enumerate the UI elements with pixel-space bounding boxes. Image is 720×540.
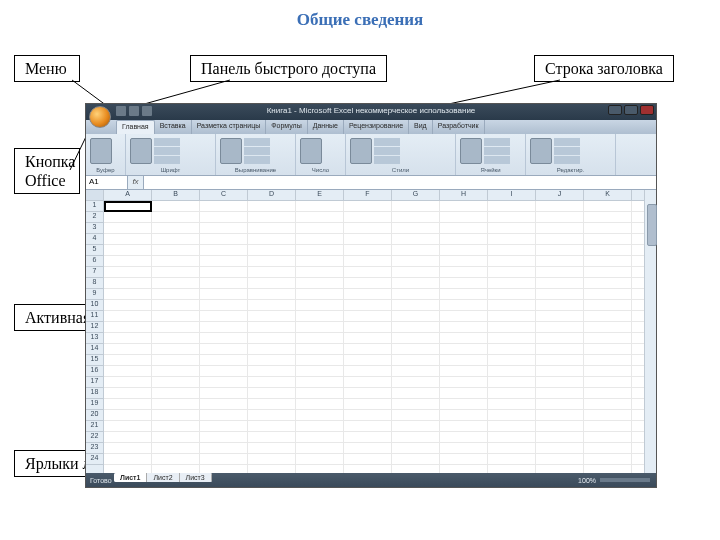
- ribbon-tab[interactable]: Главная: [116, 120, 155, 134]
- formula-bar-row: A1 fx: [86, 176, 656, 190]
- callout-title-bar: Строка заголовка: [534, 55, 674, 82]
- select-all-corner[interactable]: [86, 190, 103, 201]
- column-header[interactable]: C: [200, 190, 248, 200]
- quick-access-toolbar[interactable]: [116, 106, 152, 118]
- ribbon-button-icon[interactable]: [530, 138, 552, 164]
- column-header[interactable]: A: [104, 190, 152, 200]
- qat-save-icon[interactable]: [116, 106, 126, 116]
- column-header[interactable]: I: [488, 190, 536, 200]
- ribbon-button-icon[interactable]: [220, 138, 242, 164]
- zoom-slider[interactable]: [600, 478, 650, 482]
- ribbon-small-icon[interactable]: [374, 138, 400, 146]
- row-header[interactable]: 22: [86, 432, 103, 443]
- column-header[interactable]: E: [296, 190, 344, 200]
- row-header[interactable]: 2: [86, 212, 103, 223]
- row-header[interactable]: 21: [86, 421, 103, 432]
- row-header[interactable]: 6: [86, 256, 103, 267]
- row-header[interactable]: 10: [86, 300, 103, 311]
- ribbon-small-icon[interactable]: [554, 147, 580, 155]
- column-header[interactable]: B: [152, 190, 200, 200]
- office-button[interactable]: [89, 106, 111, 128]
- ribbon-group-label: Выравнивание: [220, 167, 291, 173]
- ribbon-small-icon[interactable]: [554, 156, 580, 164]
- ribbon-tab[interactable]: Разметка страницы: [192, 120, 267, 134]
- row-header[interactable]: 18: [86, 388, 103, 399]
- row-header[interactable]: 13: [86, 333, 103, 344]
- ribbon-small-icon[interactable]: [154, 147, 180, 155]
- column-header[interactable]: G: [392, 190, 440, 200]
- row-header[interactable]: 9: [86, 289, 103, 300]
- ribbon-small-icon[interactable]: [484, 147, 510, 155]
- ribbon-small-icon[interactable]: [484, 156, 510, 164]
- row-header[interactable]: 16: [86, 366, 103, 377]
- ribbon-small-icon[interactable]: [154, 138, 180, 146]
- qat-redo-icon[interactable]: [142, 106, 152, 116]
- column-header[interactable]: J: [536, 190, 584, 200]
- active-cell[interactable]: [104, 201, 152, 212]
- cells-area[interactable]: [104, 201, 644, 473]
- ribbon-small-icon[interactable]: [484, 138, 510, 146]
- column-header[interactable]: K: [584, 190, 632, 200]
- formula-bar[interactable]: [144, 176, 656, 189]
- row-header[interactable]: 24: [86, 454, 103, 465]
- callout-menu: Меню: [14, 55, 80, 82]
- column-header[interactable]: H: [440, 190, 488, 200]
- ribbon-group: Редактир.: [526, 134, 616, 175]
- ribbon-button-icon[interactable]: [460, 138, 482, 164]
- qat-undo-icon[interactable]: [129, 106, 139, 116]
- ribbon-tab[interactable]: Рецензирование: [344, 120, 409, 134]
- fx-icon[interactable]: fx: [128, 176, 144, 189]
- ribbon-small-icon[interactable]: [154, 156, 180, 164]
- row-header[interactable]: 15: [86, 355, 103, 366]
- ribbon-tab[interactable]: Данные: [308, 120, 344, 134]
- ribbon-small-icon[interactable]: [554, 138, 580, 146]
- ribbon-small-icon[interactable]: [244, 147, 270, 155]
- ribbon-small-icon[interactable]: [244, 138, 270, 146]
- minimize-button[interactable]: [608, 105, 622, 115]
- close-button[interactable]: [640, 105, 654, 115]
- row-header[interactable]: 4: [86, 234, 103, 245]
- column-header[interactable]: F: [344, 190, 392, 200]
- column-header[interactable]: D: [248, 190, 296, 200]
- ribbon-tab[interactable]: Вид: [409, 120, 433, 134]
- ribbon-group: Число: [296, 134, 346, 175]
- row-header[interactable]: 19: [86, 399, 103, 410]
- row-header[interactable]: 17: [86, 377, 103, 388]
- sheet-tab[interactable]: Лист2: [147, 473, 179, 482]
- row-header[interactable]: 5: [86, 245, 103, 256]
- row-header[interactable]: 14: [86, 344, 103, 355]
- sheet-tab[interactable]: Лист1: [114, 473, 147, 482]
- ribbon-small-icon[interactable]: [374, 156, 400, 164]
- row-header[interactable]: 20: [86, 410, 103, 421]
- ribbon-tabs: ГлавнаяВставкаРазметка страницыФормулыДа…: [86, 120, 656, 134]
- ribbon-tab[interactable]: Формулы: [266, 120, 307, 134]
- ribbon-group: Выравнивание: [216, 134, 296, 175]
- row-header[interactable]: 12: [86, 322, 103, 333]
- column-headers: ABCDEFGHIJK: [104, 190, 644, 201]
- ribbon-group-label: Буфер: [90, 167, 121, 173]
- status-bar: Готово Лист1Лист2Лист3 100%: [86, 473, 656, 487]
- vertical-scrollbar[interactable]: [644, 190, 656, 473]
- ribbon-group: Буфер: [86, 134, 126, 175]
- row-header[interactable]: 23: [86, 443, 103, 454]
- ribbon-group-label: Число: [300, 167, 341, 173]
- ribbon-tab[interactable]: Вставка: [155, 120, 192, 134]
- row-header[interactable]: 7: [86, 267, 103, 278]
- row-header[interactable]: 8: [86, 278, 103, 289]
- ribbon-small-icon[interactable]: [244, 156, 270, 164]
- maximize-button[interactable]: [624, 105, 638, 115]
- ribbon-button-icon[interactable]: [300, 138, 322, 164]
- row-header[interactable]: 3: [86, 223, 103, 234]
- ribbon-small-icon[interactable]: [374, 147, 400, 155]
- sheet-tab[interactable]: Лист3: [180, 473, 212, 482]
- zoom-control[interactable]: 100%: [578, 477, 650, 484]
- row-header[interactable]: 1: [86, 201, 103, 212]
- name-box[interactable]: A1: [86, 176, 128, 189]
- ribbon-button-icon[interactable]: [350, 138, 372, 164]
- ribbon-button-icon[interactable]: [90, 138, 112, 164]
- callout-office-button: Кнопка Office: [14, 148, 80, 194]
- ribbon-button-icon[interactable]: [130, 138, 152, 164]
- row-headers: 123456789101112131415161718192021222324: [86, 190, 104, 473]
- ribbon-tab[interactable]: Разработчик: [433, 120, 485, 134]
- row-header[interactable]: 11: [86, 311, 103, 322]
